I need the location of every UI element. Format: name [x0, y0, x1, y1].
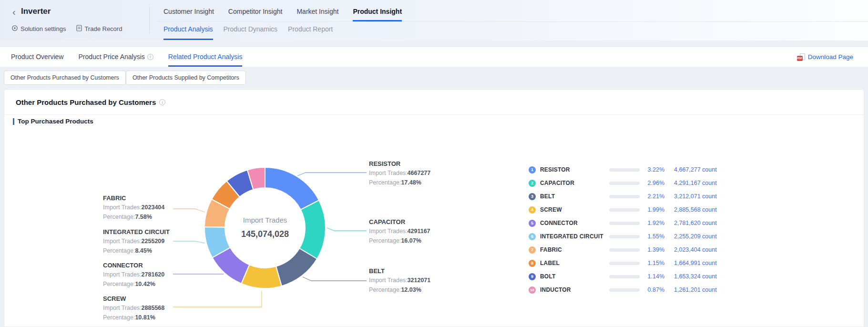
- legend-row-label[interactable]: 8LABEL1.15%1,664,991 count: [525, 256, 782, 270]
- donut-center-title: Import Trades: [217, 216, 313, 224]
- legend-row-inductor[interactable]: 10INDUCTOR0.87%1,261,201 count: [525, 283, 782, 296]
- callout-import-trades: Import Trades:2023404: [103, 203, 194, 212]
- legend-percent: 2.96%: [642, 180, 664, 186]
- toolbar-tab-product-overview[interactable]: Product Overview: [11, 47, 63, 67]
- legend-product-name: CONNECTOR: [540, 220, 578, 226]
- legend-percent: 1.99%: [642, 206, 664, 213]
- filter-button-2[interactable]: Other Products Supplied by Competitors: [126, 71, 246, 85]
- legend-product-name: BOLT: [540, 273, 556, 280]
- legend-progress-bar: [609, 262, 640, 265]
- callout-screw: SCREWImport Trades:2885568Percentage:10.…: [103, 294, 194, 322]
- legend-progress-bar: [609, 208, 640, 212]
- legend-product-name: SCREW: [540, 206, 562, 213]
- download-page-link[interactable]: PDF Download Page: [797, 47, 853, 67]
- legend-count: 3,212,071 count: [674, 193, 717, 200]
- leader-line-resistor: [297, 173, 367, 176]
- trade-record-label: Trade Record: [84, 25, 122, 32]
- legend-progress-bar: [609, 275, 640, 278]
- legend-count: 2,781,620 count: [674, 220, 717, 226]
- trade-record-link[interactable]: Trade Record: [76, 25, 122, 33]
- settings-icon: [11, 25, 18, 33]
- legend-row-bolt[interactable]: 9BOLT1.14%1,653,324 count: [525, 270, 782, 283]
- callout-integrated-circuit: INTEGRATED CIRCUITImport Trades:2255209P…: [103, 227, 194, 255]
- header-divider: [149, 7, 150, 33]
- legend-row-resistor[interactable]: 1RESISTOR3.22%4,667,277 count: [525, 163, 782, 176]
- rank-badge: 10: [529, 286, 536, 294]
- callout-connector: CONNECTORImport Trades:2781620Percentage…: [103, 261, 194, 289]
- legend-count: 4,667,277 count: [674, 166, 717, 173]
- callout-percentage: Percentage:7.58%: [103, 212, 194, 222]
- subtab-product-dynamics[interactable]: Product Dynamics: [224, 24, 278, 40]
- callout-product-name: INTEGRATED CIRCUIT: [103, 227, 194, 236]
- callout-import-trades: Import Trades:4667277: [369, 168, 460, 178]
- rank-badge: 6: [529, 233, 536, 240]
- callout-resistor: RESISTORImport Trades:4667277Percentage:…: [369, 159, 460, 187]
- donut-slice-capacitor[interactable]: [299, 200, 326, 259]
- legend-progress-bar: [609, 182, 640, 185]
- sub-tabs: Product AnalysisProduct DynamicsProduct …: [163, 24, 333, 40]
- legend-row-belt[interactable]: 3BELT2.21%3,212,071 count: [525, 190, 782, 203]
- callout-product-name: CONNECTOR: [103, 261, 194, 270]
- callout-percentage: Percentage:10.81%: [103, 313, 194, 322]
- subtab-product-report[interactable]: Product Report: [288, 24, 333, 40]
- legend-progress-bar: [609, 222, 640, 225]
- callout-fabric: FABRICImport Trades:2023404Percentage:7.…: [103, 194, 194, 222]
- page-title: Inverter: [21, 7, 51, 16]
- back-chevron-icon[interactable]: ‹: [12, 7, 16, 18]
- donut-slice-resistor[interactable]: [265, 167, 319, 210]
- legend-product-name: BELT: [540, 193, 555, 200]
- donut-center-value: 145,074,028: [217, 229, 313, 239]
- callout-percentage: Percentage:12.03%: [369, 285, 460, 295]
- header-actions: Solution settings Trade Record: [11, 25, 122, 33]
- legend-row-capacitor[interactable]: 2CAPACITOR2.96%4,291,167 count: [525, 176, 782, 190]
- tabs-hairline: [157, 21, 868, 22]
- legend-row-connector[interactable]: 5CONNECTOR1.92%2,781,620 count: [525, 216, 782, 230]
- legend-percent: 1.14%: [642, 273, 664, 280]
- callout-import-trades: Import Trades:3212071: [369, 276, 460, 285]
- callout-product-name: FABRIC: [103, 194, 194, 203]
- toolbar-tabs: Product OverviewProduct Price AnalysisiR…: [11, 47, 242, 67]
- legend-count: 1,653,324 count: [674, 273, 717, 280]
- section-info-icon[interactable]: i: [159, 99, 165, 105]
- callout-product-name: RESISTOR: [369, 159, 460, 168]
- toolbar-tab-label: Related Product Analysis: [168, 53, 243, 61]
- legend-count: 1,261,201 count: [674, 286, 717, 293]
- legend-row-fabric[interactable]: 7FABRIC1.39%2,023,404 count: [525, 243, 782, 256]
- legend-progress-bar: [609, 195, 640, 198]
- legend-percent: 1.39%: [642, 246, 664, 253]
- chart-subtitle: Top Purchased Products: [18, 118, 93, 125]
- tab-market-insight[interactable]: Market Insight: [296, 8, 338, 21]
- callout-product-name: BELT: [369, 266, 460, 276]
- legend-row-screw[interactable]: 4SCREW1.99%2,885,568 count: [525, 203, 782, 216]
- callout-import-trades: Import Trades:2885568: [103, 303, 194, 313]
- callout-percentage: Percentage:8.45%: [103, 246, 194, 255]
- toolbar-tab-related-product-analysis[interactable]: Related Product Analysis: [168, 47, 243, 67]
- subtab-product-analysis[interactable]: Product Analysis: [163, 24, 213, 40]
- callout-import-trades: Import Trades:2781620: [103, 270, 194, 279]
- callout-capacitor: CAPACITORImport Trades:4291167Percentage…: [369, 217, 460, 245]
- related-products-card: Other Products Purchased by Customers i …: [4, 89, 864, 327]
- info-icon[interactable]: i: [147, 54, 153, 60]
- rank-badge: 4: [529, 206, 536, 214]
- callout-import-trades: Import Trades:4291167: [369, 226, 460, 236]
- solution-settings-link[interactable]: Solution settings: [11, 25, 66, 33]
- callout-product-name: SCREW: [103, 294, 194, 303]
- tab-competitor-insight[interactable]: Competitor Insight: [228, 8, 283, 21]
- toolbar-tab-product-price-analysis[interactable]: Product Price Analysisi: [78, 47, 153, 67]
- analysis-toolbar: Product OverviewProduct Price AnalysisiR…: [0, 47, 868, 67]
- legend-count: 4,291,167 count: [674, 180, 717, 186]
- callout-product-name: CAPACITOR: [369, 217, 460, 226]
- legend-percent: 1.92%: [642, 220, 664, 226]
- rank-badge: 5: [529, 220, 536, 227]
- tab-product-insight[interactable]: Product Insight: [353, 8, 402, 21]
- rank-badge: 8: [529, 260, 536, 267]
- tab-customer-insight[interactable]: Customer Insight: [163, 8, 214, 21]
- legend-product-name: LABEL: [540, 260, 560, 266]
- toolbar-tab-label: Product Price Analysis: [78, 53, 144, 61]
- legend-row-integrated-circuit[interactable]: 6INTEGRATED CIRCUIT1.55%2,255,209 count: [525, 230, 782, 243]
- donut-center-label: Import Trades 145,074,028: [217, 216, 313, 239]
- legend-product-name: INTEGRATED CIRCUIT: [540, 233, 603, 240]
- main-tabs: Customer InsightCompetitor InsightMarket…: [163, 8, 402, 21]
- legend-progress-bar: [609, 288, 640, 292]
- filter-button-1[interactable]: Other Products Purchased by Customers: [4, 71, 126, 85]
